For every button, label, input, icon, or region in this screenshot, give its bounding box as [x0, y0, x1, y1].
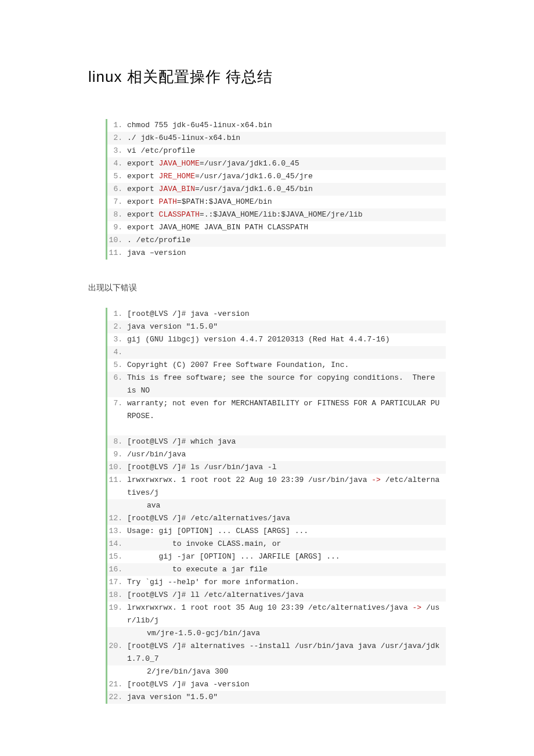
line-number: 17. — [107, 576, 127, 589]
code-text: . /etc/profile — [127, 234, 446, 247]
code-text: vi /etc/profile — [127, 145, 446, 157]
line-number: 7. — [107, 397, 127, 423]
code-text: [root@LVS /]# java -version — [127, 678, 446, 691]
code-text: [root@LVS /]# which java — [127, 435, 446, 448]
line-number: 9. — [107, 221, 127, 234]
line-number — [107, 665, 127, 678]
line-number: 6. — [107, 183, 127, 196]
code-text: vm/jre-1.5.0-gcj/bin/java — [127, 627, 446, 640]
code-text: java –version — [127, 247, 446, 260]
code-line: 10.[root@LVS /]# ls /usr/bin/java -l — [107, 461, 446, 474]
code-text: ava — [127, 499, 446, 512]
code-line: 6.This is free software; see the source … — [107, 372, 446, 397]
code-line: 2/jre/bin/java 300 — [107, 665, 446, 678]
line-number: 11. — [107, 474, 127, 499]
line-number: 1. — [107, 308, 127, 321]
code-line: 9.export JAVA_HOME JAVA_BIN PATH CLASSPA… — [107, 221, 446, 234]
code-line: 20.[root@LVS /]# alternatives --install … — [107, 640, 446, 665]
code-text — [127, 346, 446, 359]
document-page: linux 相关配置操作 待总结 1.chmod 755 jdk-6u45-li… — [0, 0, 534, 756]
code-line: 8.export CLASSPATH=.:$JAVA_HOME/lib:$JAV… — [107, 208, 446, 221]
code-line: 19.lrwxrwxrwx. 1 root root 35 Aug 10 23:… — [107, 602, 446, 627]
code-line: 4.export JAVA_HOME=/usr/java/jdk1.6.0_45 — [107, 157, 446, 170]
code-line: 4. — [107, 346, 446, 359]
code-text: lrwxrwxrwx. 1 root root 22 Aug 10 23:39 … — [127, 474, 446, 499]
code-line: vm/jre-1.5.0-gcj/bin/java — [107, 627, 446, 640]
code-text: export PATH=$PATH:$JAVA_HOME/bin — [127, 196, 446, 208]
code-line: 9./usr/bin/java — [107, 448, 446, 461]
code-line: 1.chmod 755 jdk-6u45-linux-x64.bin — [107, 119, 446, 132]
line-number: 1. — [107, 119, 127, 132]
code-text: to invoke CLASS.main, or — [127, 538, 446, 550]
code-line: 3.vi /etc/profile — [107, 145, 446, 157]
code-line: 12.[root@LVS /]# /etc/alternatives/java — [107, 512, 446, 525]
code-text: Copyright (C) 2007 Free Software Foundat… — [127, 359, 446, 372]
code-block-2: 1.[root@LVS /]# java -version2.java vers… — [106, 308, 446, 704]
line-number: 8. — [107, 435, 127, 448]
code-text: Try `gij --help' for more information. — [127, 576, 446, 589]
page-title: linux 相关配置操作 待总结 — [88, 67, 446, 87]
code-text: [root@LVS /]# ll /etc/alternatives/java — [127, 589, 446, 602]
code-text: This is free software; see the source fo… — [127, 372, 446, 397]
code-line: 18.[root@LVS /]# ll /etc/alternatives/ja… — [107, 589, 446, 602]
line-number: 5. — [107, 170, 127, 183]
line-number: 10. — [107, 461, 127, 474]
code-text: export JRE_HOME=/usr/java/jdk1.6.0_45/jr… — [127, 170, 446, 183]
code-text: to execute a jar file — [127, 563, 446, 576]
line-number: 3. — [107, 333, 127, 346]
line-number: 9. — [107, 448, 127, 461]
line-number: 15. — [107, 550, 127, 563]
line-number: 7. — [107, 196, 127, 208]
code-text: gij -jar [OPTION] ... JARFILE [ARGS] ... — [127, 550, 446, 563]
code-line: 7.warranty; not even for MERCHANTABILITY… — [107, 397, 446, 423]
code-text: ./ jdk-6u45-linux-x64.bin — [127, 132, 446, 145]
line-number — [107, 423, 127, 435]
code-line: 3.gij (GNU libgcj) version 4.4.7 2012031… — [107, 333, 446, 346]
line-number: 20. — [107, 640, 127, 665]
line-number: 4. — [107, 157, 127, 170]
code-line: 22.java version "1.5.0" — [107, 691, 446, 704]
code-line: 7.export PATH=$PATH:$JAVA_HOME/bin — [107, 196, 446, 208]
line-number: 4. — [107, 346, 127, 359]
code-line: 11.lrwxrwxrwx. 1 root root 22 Aug 10 23:… — [107, 474, 446, 499]
line-number: 22. — [107, 691, 127, 704]
code-line: 21.[root@LVS /]# java -version — [107, 678, 446, 691]
code-line: 17.Try `gij --help' for more information… — [107, 576, 446, 589]
code-line: 13.Usage: gij [OPTION] ... CLASS [ARGS] … — [107, 525, 446, 538]
code-text: 2/jre/bin/java 300 — [127, 665, 446, 678]
line-number — [107, 627, 127, 640]
code-text: warranty; not even for MERCHANTABILITY o… — [127, 397, 446, 423]
code-line: 5.Copyright (C) 2007 Free Software Found… — [107, 359, 446, 372]
code-line: 11.java –version — [107, 247, 446, 260]
line-number: 14. — [107, 538, 127, 550]
line-number: 5. — [107, 359, 127, 372]
code-line: 2.java version "1.5.0" — [107, 321, 446, 333]
code-text: chmod 755 jdk-6u45-linux-x64.bin — [127, 119, 446, 132]
line-number — [107, 499, 127, 512]
code-line: ava — [107, 499, 446, 512]
code-block-1: 1.chmod 755 jdk-6u45-linux-x64.bin2../ j… — [106, 119, 446, 260]
code-text: gij (GNU libgcj) version 4.4.7 20120313 … — [127, 333, 446, 346]
code-text: export JAVA_HOME JAVA_BIN PATH CLASSPATH — [127, 221, 446, 234]
line-number: 11. — [107, 247, 127, 260]
line-number: 19. — [107, 602, 127, 627]
code-line — [107, 423, 446, 435]
code-text: export JAVA_BIN=/usr/java/jdk1.6.0_45/bi… — [127, 183, 446, 196]
code-line: 6.export JAVA_BIN=/usr/java/jdk1.6.0_45/… — [107, 183, 446, 196]
code-text: /usr/bin/java — [127, 448, 446, 461]
line-number: 2. — [107, 321, 127, 333]
line-number: 8. — [107, 208, 127, 221]
line-number: 13. — [107, 525, 127, 538]
line-number: 12. — [107, 512, 127, 525]
line-number: 2. — [107, 132, 127, 145]
code-text: lrwxrwxrwx. 1 root root 35 Aug 10 23:39 … — [127, 602, 446, 627]
code-line: 14. to invoke CLASS.main, or — [107, 538, 446, 550]
line-number: 18. — [107, 589, 127, 602]
code-text — [127, 423, 446, 435]
code-line: 16. to execute a jar file — [107, 563, 446, 576]
line-number: 21. — [107, 678, 127, 691]
code-text: java version "1.5.0" — [127, 321, 446, 333]
code-text: Usage: gij [OPTION] ... CLASS [ARGS] ... — [127, 525, 446, 538]
section-error-label: 出现以下错误 — [88, 283, 446, 293]
code-text: [root@LVS /]# alternatives --install /us… — [127, 640, 446, 665]
